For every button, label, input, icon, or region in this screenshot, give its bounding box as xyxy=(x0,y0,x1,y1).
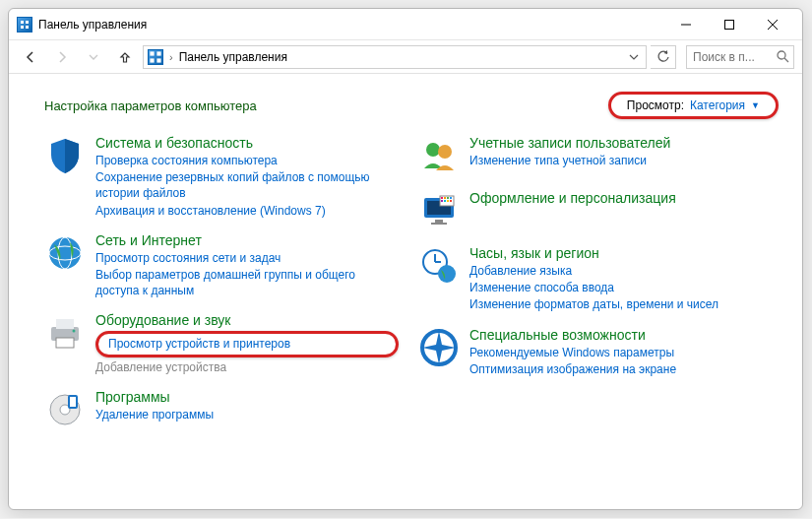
category-link[interactable]: Изменение способа ввода xyxy=(469,280,773,295)
svg-rect-33 xyxy=(444,197,446,199)
category-title[interactable]: Система и безопасность xyxy=(95,135,399,151)
svg-rect-18 xyxy=(56,319,74,329)
titlebar: Панель управления xyxy=(9,9,802,40)
svg-point-26 xyxy=(438,145,452,159)
programs-icon xyxy=(44,389,86,430)
category-programs: Программы Удаление программы xyxy=(44,389,399,430)
svg-rect-34 xyxy=(447,197,449,199)
svg-rect-36 xyxy=(441,200,443,202)
search-box[interactable] xyxy=(686,45,794,69)
svg-rect-29 xyxy=(435,220,443,223)
recent-dropdown[interactable] xyxy=(80,44,107,70)
svg-rect-10 xyxy=(150,58,154,62)
svg-rect-19 xyxy=(56,338,74,348)
breadcrumb[interactable]: Панель управления xyxy=(179,50,287,64)
svg-point-12 xyxy=(778,51,785,59)
svg-point-20 xyxy=(73,330,76,333)
highlighted-link[interactable]: Просмотр устройств и принтеров xyxy=(95,331,399,357)
category-title[interactable]: Специальные возможности xyxy=(469,327,773,343)
view-by-value: Категория xyxy=(690,98,745,112)
svg-line-13 xyxy=(784,58,788,62)
category-title[interactable]: Программы xyxy=(95,389,399,405)
category-title[interactable]: Оформление и персонализация xyxy=(469,190,773,206)
back-button[interactable] xyxy=(17,44,44,70)
category-network: Сеть и Интернет Просмотр состояния сети … xyxy=(44,232,399,299)
category-link[interactable]: Добавление языка xyxy=(469,263,773,279)
svg-rect-1 xyxy=(26,21,29,24)
minimize-button[interactable] xyxy=(664,10,708,39)
svg-rect-11 xyxy=(156,58,160,62)
svg-rect-24 xyxy=(70,397,76,407)
category-link[interactable]: Добавление устройства xyxy=(95,359,399,375)
category-hardware: Оборудование и звук Просмотр устройств и… xyxy=(44,312,399,374)
globe-icon xyxy=(44,232,86,274)
address-bar: › Панель управления xyxy=(9,40,802,74)
printer-icon xyxy=(44,312,86,354)
accessibility-icon xyxy=(418,327,460,368)
left-column: Система и безопасность Проверка состояни… xyxy=(44,135,399,430)
category-link[interactable]: Выбор параметров домашней группы и общег… xyxy=(95,267,399,298)
category-personalization: Оформление и персонализация xyxy=(418,190,773,231)
svg-rect-39 xyxy=(450,200,452,202)
svg-rect-2 xyxy=(21,26,24,29)
page-heading: Настройка параметров компьютера xyxy=(44,98,257,113)
control-panel-icon xyxy=(17,17,32,32)
category-link[interactable]: Изменение типа учетной записи xyxy=(469,153,773,168)
category-link[interactable]: Сохранение резервных копий файлов с помо… xyxy=(95,169,399,201)
category-link[interactable]: Проверка состояния компьютера xyxy=(95,153,399,168)
up-button[interactable] xyxy=(111,44,139,70)
maximize-button[interactable] xyxy=(708,10,751,39)
category-title[interactable]: Сеть и Интернет xyxy=(95,232,399,248)
search-input[interactable] xyxy=(691,49,773,65)
clock-globe-icon xyxy=(418,245,460,287)
forward-button[interactable] xyxy=(48,44,76,70)
svg-rect-8 xyxy=(150,51,154,55)
address-dropdown-icon[interactable] xyxy=(626,52,642,62)
svg-point-43 xyxy=(438,265,456,283)
svg-point-25 xyxy=(426,143,440,157)
shield-icon xyxy=(44,135,86,176)
svg-rect-0 xyxy=(21,21,24,24)
category-users: Учетные записи пользователей Изменение т… xyxy=(418,135,773,176)
view-by-label: Просмотр: xyxy=(627,98,684,112)
window-title: Панель управления xyxy=(38,18,147,32)
category-link[interactable]: Рекомендуемые Windows параметры xyxy=(469,345,773,360)
svg-rect-30 xyxy=(431,223,447,225)
search-icon xyxy=(777,50,789,63)
right-column: Учетные записи пользователей Изменение т… xyxy=(418,135,773,430)
view-by-selector[interactable]: Просмотр: Категория ▼ xyxy=(608,92,779,119)
monitor-icon xyxy=(418,190,460,231)
breadcrumb-separator-icon: › xyxy=(169,51,173,63)
category-clock-language: Часы, язык и регион Добавление языка Изм… xyxy=(418,245,773,313)
category-system-security: Система и безопасность Проверка состояни… xyxy=(44,135,399,219)
chevron-down-icon: ▼ xyxy=(751,100,760,110)
category-link[interactable]: Архивация и восстановление (Windows 7) xyxy=(95,203,399,219)
window: Панель управления › Панель управления xyxy=(8,8,803,510)
control-panel-icon xyxy=(148,49,163,65)
category-title[interactable]: Часы, язык и регион xyxy=(469,245,773,261)
refresh-button[interactable] xyxy=(651,45,676,69)
svg-rect-38 xyxy=(447,200,449,202)
close-button[interactable] xyxy=(751,10,794,39)
content-area: Настройка параметров компьютера Просмотр… xyxy=(9,74,802,509)
svg-rect-9 xyxy=(156,51,160,55)
category-link[interactable]: Просмотр состояния сети и задач xyxy=(95,250,399,266)
users-icon xyxy=(418,135,460,176)
category-link[interactable]: Оптимизация изображения на экране xyxy=(469,361,773,377)
svg-rect-32 xyxy=(441,197,443,199)
category-title[interactable]: Оборудование и звук xyxy=(95,312,399,328)
svg-point-14 xyxy=(49,237,81,269)
category-title[interactable]: Учетные записи пользователей xyxy=(469,135,773,151)
svg-rect-35 xyxy=(450,197,452,199)
svg-rect-5 xyxy=(725,20,734,29)
address-box[interactable]: › Панель управления xyxy=(143,45,647,69)
svg-rect-3 xyxy=(26,26,29,29)
category-accessibility: Специальные возможности Рекомендуемые Wi… xyxy=(418,327,773,377)
svg-rect-37 xyxy=(444,200,446,202)
category-link[interactable]: Удаление программы xyxy=(95,407,399,422)
category-link[interactable]: Изменение форматов даты, времени и чисел xyxy=(469,296,773,312)
